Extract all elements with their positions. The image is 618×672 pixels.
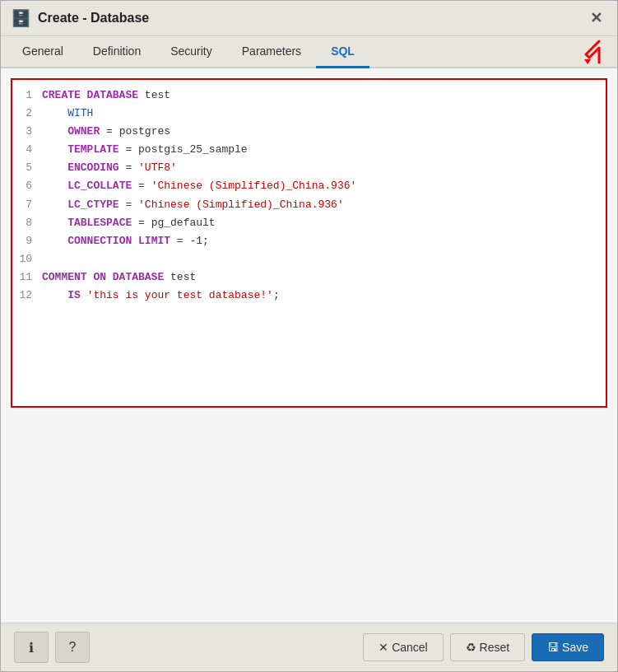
database-icon: 🗄️ [11,8,31,28]
tab-parameters[interactable]: Parameters [227,36,316,68]
line-code: LC_COLLATE = 'Chinese (Simplified)_China… [42,177,599,195]
line-number: 5 [19,159,42,177]
code-line-10: 10 [12,250,606,268]
dialog-footer: ℹ ? ✕ Cancel ♻ Reset 🖫 Save [1,623,617,671]
arrow-icon [574,40,604,64]
tab-bar: General Definition Security Parameters S… [1,36,617,68]
line-code: TEMPLATE = postgis_25_sample [42,141,599,159]
line-number: 1 [19,86,42,105]
tab-security[interactable]: Security [156,36,227,68]
line-code: TABLESPACE = pg_default [42,214,599,232]
title-bar-left: 🗄️ Create - Database [11,8,149,28]
line-number: 12 [19,287,42,305]
line-number: 11 [19,268,42,287]
title-bar: 🗄️ Create - Database ✕ [1,1,617,36]
line-code: COMMENT ON DATABASE test [42,268,599,287]
line-number: 9 [19,232,42,250]
dialog-title: Create - Database [38,11,149,26]
code-line-12: 12 IS 'this is your test database!'; [12,287,606,305]
code-line-5: 5 ENCODING = 'UTF8' [12,159,606,177]
sql-editor[interactable]: 1CREATE DATABASE test2 WITH3 OWNER = pos… [11,78,607,408]
tab-general[interactable]: General [7,36,78,68]
code-line-11: 11COMMENT ON DATABASE test [12,268,606,287]
footer-right: ✕ Cancel ♻ Reset 🖫 Save [363,633,604,661]
code-line-7: 7 LC_CTYPE = 'Chinese (Simplified)_China… [12,196,606,214]
line-number: 2 [19,105,42,123]
line-code: LC_CTYPE = 'Chinese (Simplified)_China.9… [42,196,599,214]
tab-sql[interactable]: SQL [316,36,369,68]
line-number: 3 [19,123,42,141]
line-number: 4 [19,141,42,159]
save-button[interactable]: 🖫 Save [532,633,604,661]
line-code: IS 'this is your test database!'; [42,287,599,305]
code-line-3: 3 OWNER = postgres [12,123,606,141]
line-number: 7 [19,196,42,214]
close-button[interactable]: ✕ [585,7,607,29]
tab-definition[interactable]: Definition [78,36,156,68]
cancel-button[interactable]: ✕ Cancel [363,633,443,661]
sql-content-area: 1CREATE DATABASE test2 WITH3 OWNER = pos… [1,68,617,623]
line-code: ENCODING = 'UTF8' [42,159,599,177]
line-code: WITH [42,105,599,123]
reset-button[interactable]: ♻ Reset [450,633,525,661]
line-number: 10 [19,250,42,268]
line-number: 6 [19,177,42,195]
arrow-indicator [574,36,611,67]
code-line-4: 4 TEMPLATE = postgis_25_sample [12,141,606,159]
info-button[interactable]: ℹ [14,632,49,663]
line-code: CONNECTION LIMIT = -1; [42,232,599,250]
footer-left: ℹ ? [14,632,90,663]
create-database-dialog: 🗄️ Create - Database ✕ General Definitio… [0,0,618,672]
line-code: OWNER = postgres [42,123,599,141]
code-line-1: 1CREATE DATABASE test [12,86,606,105]
code-line-2: 2 WITH [12,105,606,123]
code-line-9: 9 CONNECTION LIMIT = -1; [12,232,606,250]
line-code: CREATE DATABASE test [42,86,599,105]
help-button[interactable]: ? [55,632,90,663]
code-line-8: 8 TABLESPACE = pg_default [12,214,606,232]
line-number: 8 [19,214,42,232]
code-line-6: 6 LC_COLLATE = 'Chinese (Simplified)_Chi… [12,177,606,195]
